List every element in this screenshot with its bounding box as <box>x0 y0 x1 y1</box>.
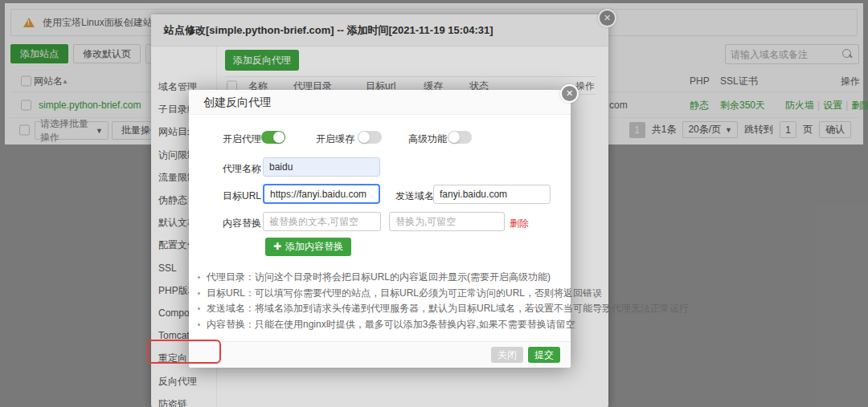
delete-replace-link[interactable]: 删除 <box>510 217 529 230</box>
create-reverse-proxy-dialog: 创建反向代理 ✕ 开启代理 开启缓存 高级功能 代理名称 目标URL 发送域名 … <box>189 90 571 368</box>
advanced-feature-toggle[interactable] <box>448 131 472 144</box>
toggle-knob <box>273 132 285 143</box>
help-notes: 代理目录：访问这个目录时将会把目标URL的内容返回并显示(需要开启高级功能) 目… <box>197 270 559 332</box>
note-content-replace: 内容替换：只能在使用nginx时提供，最多可以添加3条替换内容,如果不需要替换请… <box>197 317 559 333</box>
dialog-title: 创建反向代理 <box>189 90 571 115</box>
close-icon[interactable]: ✕ <box>560 84 579 103</box>
proxy-name-input[interactable] <box>263 157 380 177</box>
proxy-name-label: 代理名称 <box>223 162 261 176</box>
screen: 使用宝塔Linux面板创建站点时会自动创 添加站点 修改默认页 默认站点 网站名… <box>0 0 868 407</box>
target-url-label: 目标URL <box>223 189 261 203</box>
toggle-knob <box>448 132 460 143</box>
replace-from-input[interactable] <box>263 212 381 231</box>
enable-cache-label: 开启缓存 <box>316 132 354 146</box>
toggle-knob <box>358 132 370 143</box>
submit-button[interactable]: 提交 <box>528 347 560 363</box>
add-content-replace-label: 添加内容替换 <box>285 241 343 252</box>
note-proxy-dir: 代理目录：访问这个目录时将会把目标URL的内容返回并显示(需要开启高级功能) <box>197 270 559 286</box>
send-domain-input[interactable] <box>433 185 551 204</box>
note-send-domain: 发送域名：将域名添加到请求头传递到代理服务器，默认为目标URL域名，若设置不当可… <box>197 301 559 317</box>
target-url-input[interactable] <box>263 184 380 204</box>
replace-to-input[interactable] <box>389 212 505 231</box>
note-target-url: 目标URL：可以填写你需要代理的站点，目标URL必须为可正常访问的URL，否则将… <box>197 286 559 302</box>
content-replace-label: 内容替换 <box>223 217 261 230</box>
dialog-footer: 关闭 提交 <box>189 341 571 368</box>
advanced-feature-label: 高级功能 <box>408 132 447 146</box>
plus-icon: ✚ <box>273 241 281 252</box>
enable-proxy-toggle[interactable] <box>261 131 285 144</box>
enable-cache-toggle[interactable] <box>358 131 382 144</box>
close-button[interactable]: 关闭 <box>491 347 523 363</box>
enable-proxy-label: 开启代理 <box>223 132 261 146</box>
add-content-replace-button[interactable]: ✚添加内容替换 <box>265 238 351 256</box>
send-domain-label: 发送域名 <box>395 189 434 203</box>
